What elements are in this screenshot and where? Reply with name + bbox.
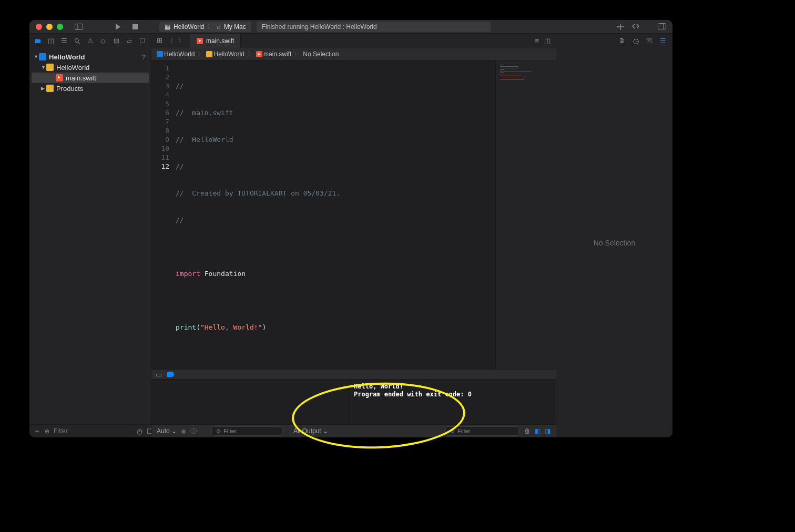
adjust-editor-icon[interactable]: ◫ <box>544 37 551 45</box>
auto-scope-selector[interactable]: Auto ⌄ <box>157 427 177 435</box>
project-icon <box>157 51 163 57</box>
source-control-status-icon: ? <box>142 53 146 61</box>
code-content[interactable]: // // main.swift // HelloWorld // // Cre… <box>174 60 495 369</box>
titlebar: ▦ HelloWorld 〉 ⌂ My Mac Finished running… <box>29 20 672 34</box>
tree-project-row[interactable]: ▼ HelloWorld ? <box>29 52 151 62</box>
variables-view[interactable] <box>151 380 350 424</box>
activity-status: Finished running HelloWorld : HelloWorld <box>257 22 491 32</box>
forward-button-icon[interactable]: 〉 <box>178 36 185 46</box>
editor-tab[interactable]: main.swift <box>190 34 241 48</box>
output-scope-selector[interactable]: All Output ⌄ <box>293 427 328 435</box>
library-icon[interactable] <box>631 23 640 30</box>
sidebar-toggle-icon[interactable] <box>73 21 85 33</box>
swift-file-icon <box>256 51 262 57</box>
chevron-right-icon: ▶ <box>41 86 46 91</box>
file-inspector-icon[interactable]: 🗎 <box>619 37 626 45</box>
minimize-window-button[interactable] <box>46 24 53 30</box>
minimap[interactable] <box>495 60 556 369</box>
xcode-window: ▦ HelloWorld 〉 ⌂ My Mac Finished running… <box>29 20 672 437</box>
view-icon[interactable]: ◉ <box>181 427 186 435</box>
test-navigator-icon[interactable]: ◇ <box>100 37 107 45</box>
code-editor[interactable]: 123 456 789 101112 // // main.swift // H… <box>151 60 495 369</box>
find-navigator-icon[interactable] <box>74 37 80 45</box>
debug-bar: ▭ <box>151 369 556 380</box>
jumpbar-file[interactable]: main.swift <box>263 50 291 58</box>
svg-rect-2 <box>132 24 138 29</box>
project-tree: ▼ HelloWorld ? ▼ HelloWorld main.swift ▶ <box>29 48 151 424</box>
tree-products-row[interactable]: ▶ Products <box>29 83 151 94</box>
window-controls <box>36 24 63 30</box>
folder-icon <box>46 85 54 92</box>
navigator-filter-input[interactable] <box>54 427 132 435</box>
scheme-destination: My Mac <box>224 23 246 30</box>
editor-tab-label: main.swift <box>206 37 234 45</box>
swift-file-icon <box>197 38 203 44</box>
tree-file-label: main.swift <box>66 74 96 82</box>
svg-rect-0 <box>75 24 83 29</box>
jump-bar[interactable]: HelloWorld 〉 HelloWorld 〉 main.swift 〉 N… <box>151 48 556 60</box>
source-control-navigator-icon[interactable]: ◫ <box>48 37 55 45</box>
chevron-down-icon: ▼ <box>34 54 39 59</box>
navigator-footer: ＋ ⊚ ◷ ☐ <box>29 424 151 437</box>
issue-navigator-icon[interactable]: ⚠ <box>87 37 94 45</box>
tree-file-row[interactable]: main.swift <box>32 73 149 83</box>
editor-options-icon[interactable]: ≡ <box>535 37 539 45</box>
console-output[interactable]: Hello, World! Program ended with exit co… <box>350 380 556 424</box>
related-items-icon[interactable]: ⊞ <box>157 36 162 46</box>
console-filter-input[interactable]: ⊚ Filter <box>445 426 519 436</box>
back-button-icon[interactable]: 〈 <box>167 36 174 46</box>
chevron-down-icon: ▼ <box>41 65 46 70</box>
zoom-window-button[interactable] <box>57 24 63 30</box>
inspector-toggle-icon[interactable] <box>658 23 666 30</box>
swift-file-icon <box>56 74 63 81</box>
debug-navigator-icon[interactable]: ⊟ <box>113 37 120 45</box>
add-file-icon[interactable]: ＋ <box>34 426 40 436</box>
stop-button[interactable] <box>132 24 138 30</box>
recent-filter-icon[interactable]: ◷ <box>137 427 142 435</box>
svg-rect-3 <box>658 23 666 29</box>
debug-area: Hello, World! Program ended with exit co… <box>151 380 556 424</box>
editor-tabbar: ⊞ 〈 〉 main.swift ≡ ◫ <box>151 34 556 48</box>
navigator-panel: ◫ ☰ ⚠ ◇ ⊟ ▱ ☐ ▼ HelloWorld ? ▼ <box>29 34 151 437</box>
show-variables-pane-icon[interactable]: ◧ <box>535 427 541 435</box>
scheme-device-icon: ⌂ <box>217 23 220 30</box>
hide-debug-icon[interactable]: ▭ <box>156 371 162 378</box>
info-icon[interactable]: ⓘ <box>190 427 197 436</box>
close-window-button[interactable] <box>36 24 42 30</box>
tree-products-label: Products <box>56 85 83 93</box>
symbol-navigator-icon[interactable]: ☰ <box>61 37 68 45</box>
jumpbar-project[interactable]: HelloWorld <box>164 50 195 58</box>
svg-line-6 <box>78 42 80 44</box>
inspector-empty-label: No Selection <box>594 239 635 247</box>
svg-point-5 <box>75 38 78 42</box>
attributes-inspector-icon[interactable]: ☰ <box>660 37 666 45</box>
console-line: Program ended with exit code: 0 <box>354 391 472 398</box>
scheme-selector[interactable]: ▦ HelloWorld 〉 ⌂ My Mac <box>159 22 251 32</box>
tree-project-label: HelloWorld <box>49 53 85 61</box>
clear-console-icon[interactable]: 🗑 <box>524 427 531 435</box>
breakpoint-toggle-icon[interactable] <box>167 372 175 377</box>
run-button[interactable] <box>114 23 121 30</box>
jumpbar-folder[interactable]: HelloWorld <box>213 50 244 58</box>
tree-folder-row[interactable]: ▼ HelloWorld <box>29 62 151 73</box>
project-icon <box>39 53 46 60</box>
project-navigator-icon[interactable] <box>35 37 42 45</box>
filter-icon: ⊚ <box>450 428 455 435</box>
filter-icon: ⊚ <box>216 428 221 435</box>
show-console-pane-icon[interactable]: ◨ <box>545 427 551 435</box>
folder-icon <box>46 64 54 71</box>
variables-filter-input[interactable]: ⊚ Filter <box>211 426 282 436</box>
help-inspector-icon[interactable]: ?⃝ <box>646 37 653 45</box>
inspector-tabs: 🗎 ◷ ?⃝ ☰ <box>556 34 672 48</box>
history-inspector-icon[interactable]: ◷ <box>633 37 639 45</box>
report-navigator-icon[interactable]: ☐ <box>139 37 146 45</box>
console-line: Hello, World! <box>354 383 403 390</box>
tree-folder-label: HelloWorld <box>56 64 89 71</box>
folder-icon <box>206 51 212 57</box>
breakpoint-navigator-icon[interactable]: ▱ <box>126 37 132 45</box>
filter-icon: ⊚ <box>45 428 49 435</box>
add-button-icon[interactable] <box>617 23 624 30</box>
editor-area: ⊞ 〈 〉 main.swift ≡ ◫ HelloWorld 〉 Hell <box>151 34 556 437</box>
jumpbar-selection[interactable]: No Selection <box>303 50 339 58</box>
scheme-app-icon: ▦ <box>165 23 170 30</box>
